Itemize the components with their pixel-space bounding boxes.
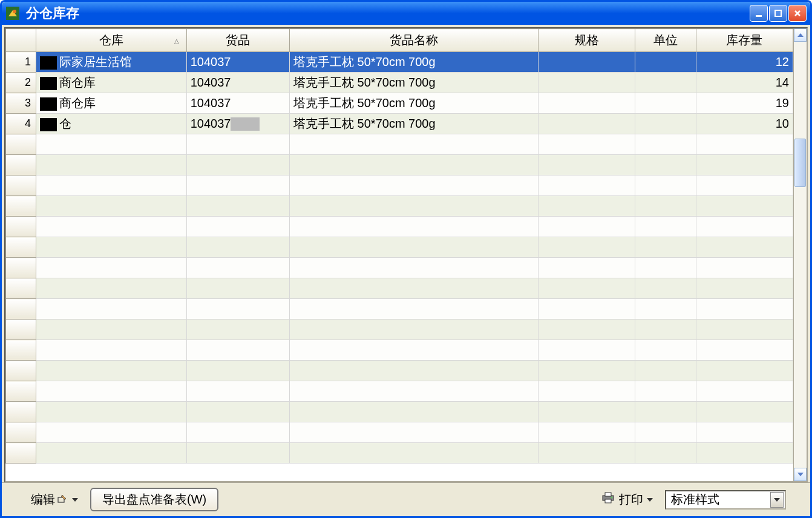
cell-product-name[interactable]: 塔克手工枕 50*70cm 700g bbox=[290, 93, 539, 114]
cell-product-code[interactable] bbox=[186, 422, 289, 443]
cell-product-code[interactable] bbox=[186, 320, 289, 340]
cell-product-name[interactable] bbox=[290, 402, 539, 422]
cell-product-name[interactable] bbox=[290, 361, 539, 381]
cell-spec[interactable] bbox=[539, 73, 635, 93]
cell-spec[interactable] bbox=[539, 299, 635, 320]
table-row[interactable] bbox=[6, 402, 793, 422]
cell-qty[interactable] bbox=[696, 237, 793, 258]
cell-product-name[interactable] bbox=[290, 299, 539, 320]
cell-product-code[interactable] bbox=[186, 134, 289, 155]
cell-product-code[interactable] bbox=[186, 196, 289, 217]
cell-product-code[interactable]: 104037 bbox=[186, 93, 289, 114]
row-number-header[interactable] bbox=[6, 29, 36, 52]
cell-product-code[interactable] bbox=[186, 361, 289, 381]
cell-product-code[interactable] bbox=[186, 402, 289, 422]
cell-qty[interactable] bbox=[696, 320, 793, 340]
table-row[interactable] bbox=[6, 175, 793, 196]
table-row[interactable] bbox=[6, 381, 793, 402]
table-row[interactable] bbox=[6, 196, 793, 217]
cell-qty[interactable]: 10 bbox=[696, 114, 793, 134]
cell-product-name[interactable]: 塔克手工枕 50*70cm 700g bbox=[290, 52, 539, 73]
cell-warehouse[interactable] bbox=[36, 340, 187, 361]
cell-product-name[interactable]: 塔克手工枕 50*70cm 700g bbox=[290, 73, 539, 93]
cell-warehouse[interactable] bbox=[36, 381, 187, 402]
cell-spec[interactable] bbox=[539, 237, 635, 258]
table-row[interactable] bbox=[6, 217, 793, 237]
cell-product-name[interactable] bbox=[290, 278, 539, 299]
cell-qty[interactable] bbox=[696, 361, 793, 381]
cell-unit[interactable] bbox=[635, 340, 696, 361]
table-row[interactable]: 2商仓库104037塔克手工枕 50*70cm 700g14 bbox=[6, 73, 793, 93]
titlebar[interactable]: 分仓库存 bbox=[2, 2, 810, 25]
cell-qty[interactable] bbox=[696, 175, 793, 196]
cell-unit[interactable] bbox=[635, 299, 696, 320]
cell-spec[interactable] bbox=[539, 217, 635, 237]
column-header-qty[interactable]: 库存量 bbox=[696, 29, 793, 52]
cell-qty[interactable] bbox=[696, 443, 793, 464]
cell-spec[interactable] bbox=[539, 258, 635, 278]
table-row[interactable]: 4仓104037塔克手工枕 50*70cm 700g10 bbox=[6, 114, 793, 134]
scrollbar-thumb[interactable] bbox=[794, 139, 806, 187]
cell-product-code[interactable] bbox=[186, 299, 289, 320]
cell-product-name[interactable]: 塔克手工枕 50*70cm 700g bbox=[290, 114, 539, 134]
cell-product-code[interactable] bbox=[186, 340, 289, 361]
table-row[interactable]: 3商仓库104037塔克手工枕 50*70cm 700g19 bbox=[6, 93, 793, 114]
scrollbar-track[interactable] bbox=[794, 42, 807, 468]
cell-spec[interactable] bbox=[539, 320, 635, 340]
cell-product-name[interactable] bbox=[290, 320, 539, 340]
cell-unit[interactable] bbox=[635, 175, 696, 196]
column-header-product-code[interactable]: 货品 bbox=[186, 29, 289, 52]
cell-warehouse[interactable]: 际家居生活馆 bbox=[36, 52, 187, 73]
cell-unit[interactable] bbox=[635, 93, 696, 114]
cell-unit[interactable] bbox=[635, 196, 696, 217]
cell-product-name[interactable] bbox=[290, 237, 539, 258]
cell-product-name[interactable] bbox=[290, 340, 539, 361]
cell-warehouse[interactable]: 商仓库 bbox=[36, 93, 187, 114]
cell-warehouse[interactable] bbox=[36, 258, 187, 278]
minimize-button[interactable] bbox=[750, 5, 768, 22]
table-row[interactable] bbox=[6, 278, 793, 299]
cell-qty[interactable] bbox=[696, 134, 793, 155]
style-combo[interactable]: 标准样式 bbox=[665, 490, 786, 510]
cell-spec[interactable] bbox=[539, 278, 635, 299]
cell-product-name[interactable] bbox=[290, 175, 539, 196]
cell-unit[interactable] bbox=[635, 258, 696, 278]
cell-product-code[interactable] bbox=[186, 443, 289, 464]
column-header-unit[interactable]: 单位 bbox=[635, 29, 696, 52]
table-row[interactable]: 1际家居生活馆104037塔克手工枕 50*70cm 700g12 bbox=[6, 52, 793, 73]
cell-warehouse[interactable] bbox=[36, 443, 187, 464]
cell-spec[interactable] bbox=[539, 175, 635, 196]
cell-product-code[interactable] bbox=[186, 381, 289, 402]
table-row[interactable] bbox=[6, 155, 793, 175]
cell-product-code[interactable] bbox=[186, 217, 289, 237]
table-row[interactable] bbox=[6, 443, 793, 464]
cell-product-code[interactable] bbox=[186, 278, 289, 299]
cell-spec[interactable] bbox=[539, 155, 635, 175]
cell-unit[interactable] bbox=[635, 217, 696, 237]
cell-unit[interactable] bbox=[635, 361, 696, 381]
cell-qty[interactable] bbox=[696, 278, 793, 299]
cell-spec[interactable] bbox=[539, 361, 635, 381]
cell-warehouse[interactable] bbox=[36, 402, 187, 422]
cell-qty[interactable]: 19 bbox=[696, 93, 793, 114]
cell-warehouse[interactable] bbox=[36, 134, 187, 155]
cell-warehouse[interactable]: 商仓库 bbox=[36, 73, 187, 93]
close-button[interactable] bbox=[788, 5, 807, 22]
cell-spec[interactable] bbox=[539, 114, 635, 134]
cell-qty[interactable] bbox=[696, 196, 793, 217]
cell-spec[interactable] bbox=[539, 443, 635, 464]
table-row[interactable] bbox=[6, 299, 793, 320]
cell-unit[interactable] bbox=[635, 381, 696, 402]
cell-warehouse[interactable] bbox=[36, 175, 187, 196]
cell-warehouse[interactable] bbox=[36, 217, 187, 237]
cell-warehouse[interactable] bbox=[36, 422, 187, 443]
cell-warehouse[interactable] bbox=[36, 155, 187, 175]
cell-product-name[interactable] bbox=[290, 422, 539, 443]
cell-qty[interactable] bbox=[696, 340, 793, 361]
table-row[interactable] bbox=[6, 134, 793, 155]
table-row[interactable] bbox=[6, 237, 793, 258]
cell-product-code[interactable]: 104037 bbox=[186, 52, 289, 73]
cell-unit[interactable] bbox=[635, 320, 696, 340]
scroll-down-button[interactable] bbox=[794, 468, 807, 481]
cell-qty[interactable] bbox=[696, 422, 793, 443]
